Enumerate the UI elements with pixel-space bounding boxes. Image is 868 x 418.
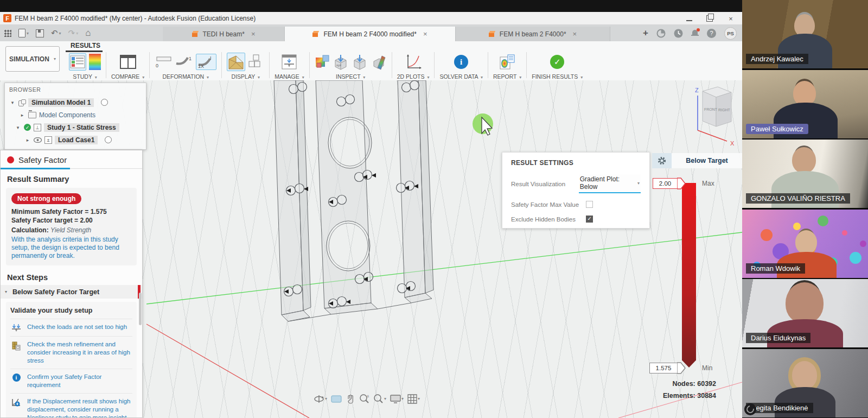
new-tab-button[interactable]: +	[643, 28, 648, 39]
result-visualization-dropdown[interactable]: Gradient Plot: Below ▾	[579, 174, 641, 193]
group-label[interactable]: STUDY ▾	[73, 73, 97, 80]
elements-count: Elements: 30884	[624, 390, 716, 402]
legend-max-chip[interactable]: 2.00	[653, 178, 678, 189]
below-target-section-header[interactable]: ▾ Below Safety Factor Target	[1, 285, 142, 299]
svg-text:±: ±	[367, 394, 369, 398]
participant-tile[interactable]: Darius Eidukynas	[742, 279, 868, 347]
collapse-icon[interactable]: ▾	[5, 289, 12, 294]
redo-button[interactable]: ↷▾	[68, 28, 79, 38]
fit-button[interactable]: ▾	[373, 394, 386, 404]
participant-tile[interactable]: Andrzej Kawalec	[742, 0, 868, 68]
tree-item-load-case[interactable]: ▸ ± Load Case1	[9, 134, 142, 146]
2d-plots-button[interactable]	[405, 54, 422, 70]
next-step-item[interactable]: Check the loads are not set too high	[10, 319, 132, 336]
next-step-item[interactable]: i Confirm your Safety Factor requirement	[10, 369, 132, 393]
inspect-probe-button[interactable]	[352, 54, 368, 70]
report-button[interactable]	[499, 54, 515, 70]
nonlinear-study-icon	[11, 398, 21, 407]
ribbon-group-finish: ✓ FINISH RESULTS ▾	[527, 52, 588, 80]
info-icon: i	[12, 373, 21, 382]
study-legend-button[interactable]	[89, 54, 101, 70]
activate-radio[interactable]	[101, 99, 108, 106]
participant-name-active-speaker: Paweł Sułkowicz	[746, 124, 808, 134]
expand-icon[interactable]: ▸	[19, 112, 25, 118]
document-tab-tedi[interactable]: TEDI H beam* ×	[163, 27, 285, 41]
component-icon	[18, 99, 25, 106]
expand-icon[interactable]: ▾	[15, 125, 21, 130]
panel-scrollbar[interactable]	[139, 293, 142, 325]
group-label[interactable]: REPORT ▾	[493, 73, 521, 80]
clock-icon[interactable]	[674, 29, 683, 38]
compare-button[interactable]	[119, 54, 137, 69]
manage-button[interactable]	[281, 54, 297, 70]
notification-bell-icon[interactable]	[691, 29, 699, 37]
participant-tile[interactable]: Paweł Sułkowicz	[742, 70, 868, 138]
legend-color-bar	[682, 183, 696, 368]
display-settings-button[interactable]: ▾	[390, 394, 404, 403]
document-tab-f4000[interactable]: FEM H beam 2 F4000* ×	[456, 27, 610, 41]
tab-close-icon[interactable]: ×	[251, 30, 256, 38]
legend-settings-button[interactable]	[652, 153, 672, 168]
job-status-icon[interactable]	[656, 29, 666, 38]
app-grid-icon[interactable]	[4, 30, 11, 37]
group-label[interactable]: DISPLAY ▾	[232, 73, 260, 80]
group-label[interactable]: DEFORMATION ▾	[162, 73, 209, 80]
legend-min-chip[interactable]: 1.575	[649, 363, 678, 373]
next-step-item[interactable]: Check the mesh refinement and consider i…	[10, 336, 132, 369]
participant-tile[interactable]: Regita Bendikienė	[742, 349, 868, 417]
group-label[interactable]: SOLVER DATA ▾	[439, 73, 483, 80]
solver-data-icon[interactable]: i	[454, 55, 468, 69]
save-icon[interactable]	[36, 29, 44, 37]
inspect-point-xyz-button[interactable]: xyz	[333, 54, 349, 70]
visibility-eye-icon[interactable]	[34, 137, 42, 143]
undo-button[interactable]: ↶▾	[51, 28, 61, 38]
grid-settings-button[interactable]: ▾	[407, 394, 420, 404]
deformation-none-button[interactable]: 0	[155, 55, 172, 69]
group-label[interactable]: FINISH RESULTS ▾	[532, 73, 583, 80]
nodes-count: Nodes: 60392	[624, 378, 716, 390]
tab-close-icon[interactable]: ×	[423, 30, 427, 38]
orbit-button[interactable]: ▾	[314, 394, 327, 404]
study-details-button[interactable]	[69, 53, 86, 71]
inspect-results-button[interactable]	[315, 54, 330, 69]
display-mesh-button[interactable]	[227, 53, 245, 71]
group-label[interactable]: COMPARE ▾	[111, 73, 144, 80]
participant-tile[interactable]: GONZALO VALIÑO RIESTRA	[742, 140, 868, 208]
restore-button[interactable]	[706, 15, 713, 22]
pan-button[interactable]	[346, 394, 355, 404]
file-menu-button[interactable]: ▾	[18, 29, 29, 37]
tree-item-study1[interactable]: ▾ ✓ ⊥ Study 1 - Static Stress	[9, 121, 142, 134]
ribbon-tab-results[interactable]: RESULTS	[71, 42, 100, 49]
group-label[interactable]: MANAGE ▾	[275, 73, 304, 80]
help-icon[interactable]: ?	[707, 29, 716, 38]
participant-tile[interactable]: Roman Wdowik	[742, 210, 868, 278]
home-icon[interactable]: ⌂	[85, 28, 91, 39]
profile-avatar[interactable]: PS	[724, 27, 737, 40]
look-at-button[interactable]	[331, 395, 342, 403]
safety-factor-max-checkbox[interactable]	[586, 201, 593, 208]
tree-item-simulation-model[interactable]: ▾ Simulation Model 1	[9, 96, 142, 109]
group-label[interactable]: INSPECT ▾	[336, 73, 365, 80]
meeting-overlay-button[interactable]	[744, 403, 756, 415]
workspace-selector[interactable]: SIMULATION▾	[5, 46, 60, 72]
zoom-button[interactable]: ±	[359, 394, 369, 404]
3d-viewport[interactable]: FRONT RIGHT Z X BROWSER	[0, 80, 742, 418]
view-cube[interactable]: FRONT RIGHT Z X	[695, 87, 735, 147]
next-step-item[interactable]: If the Displacement result shows high di…	[10, 393, 132, 418]
tab-close-icon[interactable]: ×	[573, 30, 577, 38]
deformation-actual-button[interactable]: 1	[175, 55, 193, 69]
document-tab-modified[interactable]: FEM H beam 2 F4000 modified* ×	[285, 27, 456, 41]
expand-icon[interactable]: ▸	[24, 137, 31, 143]
deformation-scaled-button[interactable]: I1X	[196, 54, 216, 70]
close-button[interactable]: ×	[727, 15, 735, 22]
tree-item-model-components[interactable]: ▸ Model Components	[9, 109, 142, 121]
activate-radio[interactable]	[105, 136, 112, 143]
result-summary-card: Not strong enough Minimum Safety Factor …	[6, 188, 137, 265]
exclude-hidden-bodies-checkbox[interactable]	[586, 216, 593, 223]
minimize-button[interactable]	[686, 16, 692, 21]
group-label[interactable]: 2D PLOTS ▾	[397, 73, 430, 80]
expand-icon[interactable]: ▾	[9, 100, 16, 105]
display-wireframe-button[interactable]	[248, 54, 264, 70]
finish-results-icon[interactable]: ✓	[550, 55, 564, 69]
inspect-slice-plane-button[interactable]	[371, 54, 387, 70]
